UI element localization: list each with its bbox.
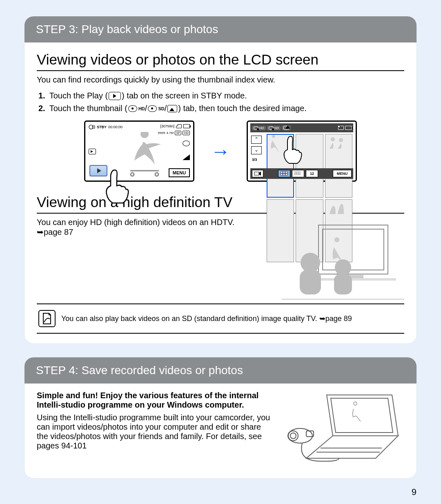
tab-photo[interactable] <box>282 125 291 130</box>
play-tab-icon <box>109 92 121 100</box>
fullhd-icon: HD <box>183 131 190 135</box>
thumbnail-bottombar: 12 MENU <box>250 168 353 179</box>
thumbnail-item[interactable] <box>325 134 352 198</box>
step4-bold: Simple and fun! Enjoy the various featur… <box>37 391 274 410</box>
svg-rect-19 <box>298 173 299 174</box>
step-2-text-b: ) tab, then touch the desired image. <box>178 104 307 113</box>
svg-point-3 <box>331 137 335 141</box>
thumbnail-menu-button[interactable]: MENU <box>333 170 352 177</box>
view-3x3-button[interactable] <box>278 170 290 177</box>
svg-rect-24 <box>299 174 301 175</box>
stby-label: STBY <box>97 125 107 129</box>
svg-rect-16 <box>299 172 301 172</box>
svg-rect-8 <box>283 172 285 173</box>
page-indicator: 3/3 <box>252 158 257 162</box>
rec-time: 00:00:00 <box>108 125 122 129</box>
svg-rect-9 <box>285 172 287 173</box>
tab-sd[interactable]: SD <box>267 126 281 130</box>
step-2-text-a: Touch the thumbnail ( <box>49 104 127 113</box>
tab-hd[interactable]: HD <box>252 126 266 130</box>
touch-hand-icon <box>96 165 137 206</box>
step-1-text-b: ) tab on the screen in STBY mode. <box>122 91 247 100</box>
svg-rect-18 <box>296 173 297 174</box>
remain-time: [307Min] <box>160 124 174 128</box>
note-icon <box>38 310 56 327</box>
lcd-menu-button[interactable]: MENU <box>169 168 190 177</box>
view-date-button[interactable]: 12 <box>306 170 318 177</box>
svg-rect-10 <box>281 174 283 175</box>
step-2-number: 2. <box>38 104 45 113</box>
hdtv-row: You can enjoy HD (high definition) video… <box>37 218 404 299</box>
slash-2: / <box>165 104 167 113</box>
step-1-number: 1. <box>38 91 45 100</box>
svg-rect-11 <box>283 174 285 175</box>
photo-tab-icon <box>167 105 177 112</box>
camcorder-icon <box>89 124 95 130</box>
step4-card: STEP 4: Save recorded videos or photos S… <box>24 357 416 478</box>
svg-rect-17 <box>294 173 296 174</box>
svg-rect-30 <box>300 270 321 294</box>
svg-rect-32 <box>334 274 352 294</box>
sdcard-icon-2 <box>338 126 344 130</box>
battery-icon-2 <box>345 126 352 130</box>
contrast-icon <box>183 154 190 160</box>
hdtv-pageref: ➥page 87 <box>37 227 274 237</box>
thumbnail-nav: ⌃ ⌄ <box>251 136 263 157</box>
svg-rect-20 <box>299 173 301 174</box>
svg-rect-21 <box>294 174 296 175</box>
step4-body: Simple and fun! Enjoy the various featur… <box>24 384 416 478</box>
hdtv-illustration <box>282 218 404 299</box>
view-4x4-button[interactable] <box>292 170 304 177</box>
record-mode-button[interactable] <box>252 170 263 177</box>
slash-1: / <box>145 104 147 113</box>
steps-list: 1. Touch the Play ( ) tab on the screen … <box>38 91 404 113</box>
battery-icon <box>183 124 190 128</box>
mode-indicator-icon <box>89 149 96 154</box>
laptop-camcorder-illustration <box>282 391 404 468</box>
svg-rect-25 <box>318 225 388 274</box>
step-2: 2. Touch the thumbnail ( HD / SD / ) tab… <box>38 104 404 113</box>
step4-header: STEP 4: Save recorded videos or photos <box>24 357 416 384</box>
svg-rect-22 <box>296 174 297 175</box>
nav-down-button[interactable]: ⌄ <box>251 146 262 154</box>
svg-rect-28 <box>310 278 396 281</box>
video-hd-icon <box>128 105 137 112</box>
svg-rect-14 <box>296 172 297 172</box>
hdtv-text: You can enjoy HD (high definition) video… <box>37 218 274 237</box>
video-sd-icon <box>148 105 157 112</box>
svg-rect-7 <box>281 172 283 173</box>
svg-rect-12 <box>285 174 287 175</box>
svg-rect-15 <box>298 172 299 172</box>
nav-up-button[interactable]: ⌃ <box>251 136 262 144</box>
lcd-screens-row: STBY 00:00:00 [307Min] 9999 4.7M SF HD <box>37 120 404 182</box>
quality-icon: SF <box>175 131 181 135</box>
svg-rect-26 <box>323 229 384 270</box>
thumbnail-tabs: HD SD <box>250 123 353 132</box>
note-row: You can also play back videos on an SD (… <box>37 303 404 334</box>
svg-rect-5 <box>254 172 259 175</box>
step-1-text-a: Touch the Play ( <box>49 91 108 100</box>
step4-desc: Using the Intelli-studio programme built… <box>37 413 274 450</box>
svg-point-29 <box>301 253 320 272</box>
svg-marker-6 <box>259 172 261 176</box>
lcd-section-lede: You can find recordings quickly by using… <box>37 75 404 85</box>
svg-point-35 <box>290 433 296 439</box>
svg-rect-23 <box>298 174 299 175</box>
svg-point-4 <box>339 138 343 142</box>
focus-icon <box>183 140 190 146</box>
step3-body: Viewing videos or photos on the LCD scre… <box>24 42 416 343</box>
step3-header: STEP 3: Play back videos or photos <box>24 16 416 42</box>
note-text: You can also play back videos on an SD (… <box>61 314 403 323</box>
page-number: 9 <box>412 487 416 497</box>
touch-hand-icon-2 <box>276 132 309 169</box>
sd-label: SD <box>158 106 164 111</box>
step3-card: STEP 3: Play back videos or photos Viewi… <box>24 16 416 343</box>
step4-text: Simple and fun! Enjoy the various featur… <box>37 391 274 450</box>
hdtv-desc: You can enjoy HD (high definition) video… <box>37 218 274 227</box>
arrow-right-icon: → <box>211 140 230 163</box>
svg-marker-2 <box>183 154 190 160</box>
svg-point-31 <box>335 259 351 276</box>
lcd-section-heading: Viewing videos or photos on the LCD scre… <box>37 51 404 71</box>
svg-point-34 <box>288 431 298 441</box>
step-1: 1. Touch the Play ( ) tab on the screen … <box>38 91 404 100</box>
